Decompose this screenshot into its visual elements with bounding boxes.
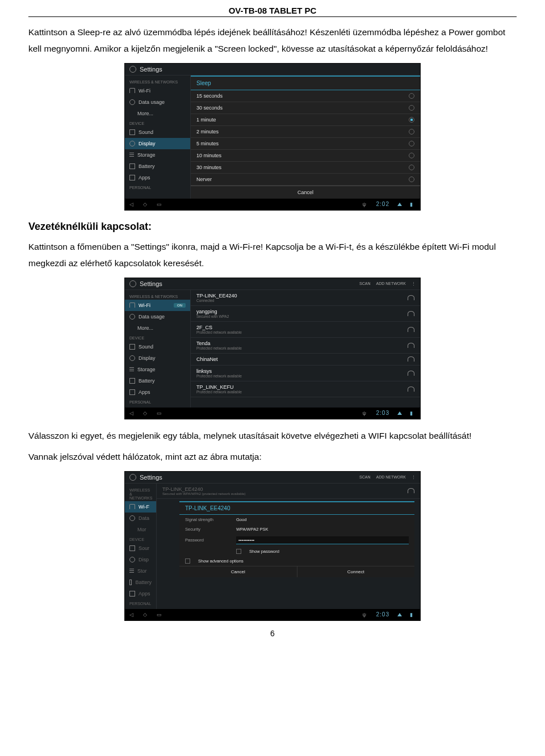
sidebar-item-more[interactable]: More... xyxy=(125,322,190,334)
show-advanced-checkbox[interactable] xyxy=(185,558,190,564)
usb-icon: ψ xyxy=(363,201,368,207)
sidebar-item-apps[interactable]: Apps xyxy=(125,588,156,599)
wifi-sub: Protected network available xyxy=(196,390,408,394)
sidebar-item-display[interactable]: Display xyxy=(125,138,190,149)
radio-icon[interactable] xyxy=(409,177,414,182)
sleep-dialog: Sleep 15 seconds30 seconds1 minute2 minu… xyxy=(191,75,420,199)
radio-icon[interactable] xyxy=(409,105,414,111)
page-number: 6 xyxy=(28,629,517,638)
wifi-signal-icon xyxy=(408,327,414,332)
sleep-option[interactable]: Nerver xyxy=(191,174,420,186)
battery-status-icon: ▮ xyxy=(410,612,416,618)
gear-icon xyxy=(129,280,136,287)
back-icon[interactable]: ◁ xyxy=(129,410,135,416)
home-icon[interactable]: ◇ xyxy=(143,612,149,618)
sleep-option[interactable]: 30 minutes xyxy=(191,162,420,174)
cancel-button[interactable]: Cancel xyxy=(191,186,420,199)
wifi-sub: Secured with WPA/WPA2 (protected network… xyxy=(162,492,408,495)
back-icon[interactable]: ◁ xyxy=(129,201,135,207)
signal-label: Signal strength xyxy=(185,517,230,522)
sleep-option[interactable]: 15 seconds xyxy=(191,90,420,102)
sidebar-item-data[interactable]: Data usage xyxy=(125,311,190,322)
wifi-sub: Secured with WPA2 xyxy=(196,314,408,318)
add-network-button[interactable]: ADD NETWORK xyxy=(376,282,406,286)
sidebar-item-apps[interactable]: Apps xyxy=(125,387,190,398)
wifi-toggle[interactable]: ON xyxy=(174,303,186,308)
sidebar-item-wifi[interactable]: Wi-Fi xyxy=(125,85,190,96)
connect-button[interactable]: Connect xyxy=(297,566,415,577)
password-input[interactable]: •••••••••• xyxy=(236,536,409,544)
sidebar-item-data[interactable]: Data xyxy=(125,513,156,524)
scan-button[interactable]: SCAN xyxy=(359,475,370,480)
sidebar-item-sound[interactable]: Sour xyxy=(125,543,156,554)
radio-icon[interactable] xyxy=(409,165,414,170)
recent-icon[interactable]: ▭ xyxy=(157,201,162,207)
wifi-row-top[interactable]: TP-LINK_EE4240 Secured with WPA/WPA2 (pr… xyxy=(157,484,420,499)
sidebar-item-storage[interactable]: Storage xyxy=(125,149,190,161)
wifi-network-row[interactable]: yangpingSecured with WPA2 xyxy=(191,306,420,322)
section-title-wireless: Vezetéknélküli kapcsolat: xyxy=(28,221,517,233)
settings-title: Settings xyxy=(140,280,359,287)
wifi-network-row[interactable]: TendaProtected network available xyxy=(191,338,420,354)
sidebar-item-sound[interactable]: Sound xyxy=(125,127,190,138)
security-label: Security xyxy=(185,527,230,532)
sleep-option[interactable]: 30 seconds xyxy=(191,102,420,114)
radio-icon[interactable] xyxy=(409,93,414,99)
menu-icon[interactable]: ⋮ xyxy=(412,475,416,480)
sidebar-item-battery[interactable]: Battery xyxy=(125,375,190,387)
home-icon[interactable]: ◇ xyxy=(143,201,149,207)
wifi-network-row[interactable]: ChinaNet xyxy=(191,354,420,366)
wifi-status-icon xyxy=(397,203,402,206)
sleep-option[interactable]: 5 minutes xyxy=(191,138,420,150)
sleep-option[interactable]: 1 minute xyxy=(191,114,420,126)
sleep-option-label: 10 minutes xyxy=(196,153,409,158)
sound-icon xyxy=(129,129,135,135)
wifi-name: Tenda xyxy=(196,341,408,346)
sidebar-item-battery[interactable]: Battery xyxy=(125,161,190,172)
sleep-option[interactable]: 2 minutes xyxy=(191,126,420,138)
sidebar-item-wifi[interactable]: Wi-FiON xyxy=(125,300,190,311)
sidebar-section-wireless: WIRELESS & NETWORKS xyxy=(125,486,156,501)
radio-icon[interactable] xyxy=(409,153,414,158)
recent-icon[interactable]: ▭ xyxy=(157,410,162,416)
sidebar-section-personal: PERSONAL xyxy=(125,183,190,191)
signal-value: Good xyxy=(236,517,246,522)
sidebar-item-more[interactable]: Mor xyxy=(125,524,156,535)
wifi-network-row[interactable]: linksysProtected network available xyxy=(191,366,420,381)
radio-icon[interactable] xyxy=(409,117,414,123)
radio-icon[interactable] xyxy=(409,129,414,135)
storage-icon xyxy=(129,153,134,157)
scan-button[interactable]: SCAN xyxy=(359,282,370,286)
settings-sidebar: WIRELESS & NETWORKS Wi-Fi Data usage Mor… xyxy=(125,75,191,199)
wifi-network-row[interactable]: 2F_CSProtected network available xyxy=(191,322,420,338)
sidebar-item-display[interactable]: Display xyxy=(125,352,190,364)
sidebar-item-storage[interactable]: Storage xyxy=(125,364,190,375)
sidebar-item-wifi[interactable]: Wi-F xyxy=(125,501,156,513)
radio-icon[interactable] xyxy=(409,141,414,146)
sidebar-item-display[interactable]: Disp xyxy=(125,554,156,565)
sidebar-item-more[interactable]: More... xyxy=(125,108,190,119)
show-password-checkbox[interactable] xyxy=(236,549,241,554)
show-password-label: Show password xyxy=(249,549,279,554)
menu-icon[interactable]: ⋮ xyxy=(412,282,416,286)
home-icon[interactable]: ◇ xyxy=(143,410,149,416)
wifi-signal-icon xyxy=(408,311,414,316)
cancel-button[interactable]: Cancel xyxy=(179,566,297,577)
wifi-network-row[interactable]: TP-LINK_EE4240Connected xyxy=(191,290,420,306)
sidebar-item-storage[interactable]: Stor xyxy=(125,565,156,577)
wifi-sub: Connected xyxy=(196,299,408,303)
recent-icon[interactable]: ▭ xyxy=(157,612,162,618)
data-icon xyxy=(129,314,135,320)
add-network-button[interactable]: ADD NETWORK xyxy=(376,475,406,480)
wifi-signal-icon xyxy=(408,387,414,392)
apps-icon xyxy=(129,591,135,597)
password-label: Password xyxy=(185,537,230,543)
wifi-network-row[interactable]: TP_LINK_KEFUProtected network available xyxy=(191,381,420,397)
wifi-status-icon xyxy=(397,613,402,616)
sidebar-item-data[interactable]: Data usage xyxy=(125,96,190,108)
sidebar-item-battery[interactable]: Battery xyxy=(125,577,156,588)
sidebar-item-sound[interactable]: Sound xyxy=(125,341,190,352)
back-icon[interactable]: ◁ xyxy=(129,612,135,618)
sleep-option[interactable]: 10 minutes xyxy=(191,150,420,162)
sidebar-item-apps[interactable]: Apps xyxy=(125,172,190,183)
